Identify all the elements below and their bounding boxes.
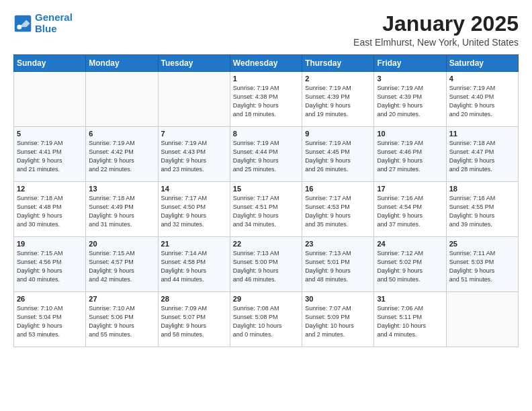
- day-number: 24: [377, 240, 443, 248]
- svg-point-2: [17, 24, 21, 29]
- calendar-cell: 14Sunrise: 7:17 AM Sunset: 4:50 PM Dayli…: [158, 182, 230, 237]
- day-number: 19: [17, 240, 83, 248]
- calendar-cell: 8Sunrise: 7:19 AM Sunset: 4:44 PM Daylig…: [230, 127, 302, 182]
- calendar-cell: 17Sunrise: 7:16 AM Sunset: 4:54 PM Dayli…: [374, 182, 446, 237]
- cell-content: Sunrise: 7:10 AM Sunset: 5:06 PM Dayligh…: [89, 304, 154, 339]
- day-number: 1: [233, 75, 299, 83]
- page: General Blue January 2025 East Elmhurst,…: [0, 0, 532, 355]
- cell-content: Sunrise: 7:13 AM Sunset: 5:01 PM Dayligh…: [305, 249, 371, 284]
- calendar-cell: [86, 72, 158, 127]
- cell-content: Sunrise: 7:17 AM Sunset: 4:51 PM Dayligh…: [233, 194, 299, 229]
- day-number: 16: [305, 185, 371, 193]
- cell-content: Sunrise: 7:19 AM Sunset: 4:42 PM Dayligh…: [89, 139, 154, 174]
- logo-icon: [13, 14, 32, 33]
- day-number: 12: [17, 185, 83, 193]
- cell-content: Sunrise: 7:19 AM Sunset: 4:39 PM Dayligh…: [377, 84, 443, 119]
- weekday-header-thursday: Thursday: [302, 55, 374, 72]
- calendar-cell: [446, 292, 518, 347]
- day-number: 5: [17, 130, 83, 138]
- cell-content: Sunrise: 7:11 AM Sunset: 5:03 PM Dayligh…: [449, 249, 515, 284]
- day-number: 23: [305, 240, 371, 248]
- cell-content: Sunrise: 7:19 AM Sunset: 4:43 PM Dayligh…: [161, 139, 227, 174]
- cell-content: Sunrise: 7:15 AM Sunset: 4:57 PM Dayligh…: [89, 249, 154, 284]
- cell-content: Sunrise: 7:19 AM Sunset: 4:46 PM Dayligh…: [377, 139, 443, 174]
- location-title: East Elmhurst, New York, United States: [353, 37, 519, 48]
- weekday-header-monday: Monday: [86, 55, 158, 72]
- cell-content: Sunrise: 7:12 AM Sunset: 5:02 PM Dayligh…: [377, 249, 443, 284]
- calendar-cell: 30Sunrise: 7:07 AM Sunset: 5:09 PM Dayli…: [302, 292, 374, 347]
- logo-general: General: [35, 11, 73, 23]
- cell-content: Sunrise: 7:16 AM Sunset: 4:54 PM Dayligh…: [377, 194, 443, 229]
- calendar-cell: 7Sunrise: 7:19 AM Sunset: 4:43 PM Daylig…: [158, 127, 230, 182]
- cell-content: Sunrise: 7:18 AM Sunset: 4:49 PM Dayligh…: [89, 194, 154, 229]
- calendar-cell: 13Sunrise: 7:18 AM Sunset: 4:49 PM Dayli…: [86, 182, 158, 237]
- month-title: January 2025: [353, 12, 519, 36]
- cell-content: Sunrise: 7:19 AM Sunset: 4:41 PM Dayligh…: [17, 139, 83, 174]
- day-number: 25: [449, 240, 515, 248]
- day-number: 30: [305, 295, 371, 303]
- cell-content: Sunrise: 7:15 AM Sunset: 4:56 PM Dayligh…: [17, 249, 83, 284]
- calendar-cell: 28Sunrise: 7:09 AM Sunset: 5:07 PM Dayli…: [158, 292, 230, 347]
- calendar-week-3: 12Sunrise: 7:18 AM Sunset: 4:48 PM Dayli…: [14, 182, 519, 237]
- calendar-week-5: 26Sunrise: 7:10 AM Sunset: 5:04 PM Dayli…: [14, 292, 519, 347]
- calendar-cell: [14, 72, 86, 127]
- day-number: 26: [17, 295, 83, 303]
- cell-content: Sunrise: 7:14 AM Sunset: 4:58 PM Dayligh…: [161, 249, 227, 284]
- calendar-week-1: 1Sunrise: 7:19 AM Sunset: 4:38 PM Daylig…: [14, 72, 519, 127]
- calendar-cell: 12Sunrise: 7:18 AM Sunset: 4:48 PM Dayli…: [14, 182, 86, 237]
- day-number: 17: [377, 185, 443, 193]
- cell-content: Sunrise: 7:09 AM Sunset: 5:07 PM Dayligh…: [161, 304, 227, 339]
- day-number: 15: [233, 185, 299, 193]
- day-number: 4: [449, 75, 515, 83]
- weekday-header-row: SundayMondayTuesdayWednesdayThursdayFrid…: [14, 55, 519, 72]
- weekday-header-sunday: Sunday: [14, 55, 86, 72]
- weekday-header-tuesday: Tuesday: [158, 55, 230, 72]
- day-number: 2: [305, 75, 371, 83]
- calendar-cell: 21Sunrise: 7:14 AM Sunset: 4:58 PM Dayli…: [158, 237, 230, 292]
- calendar-cell: 20Sunrise: 7:15 AM Sunset: 4:57 PM Dayli…: [86, 237, 158, 292]
- calendar-cell: 9Sunrise: 7:19 AM Sunset: 4:45 PM Daylig…: [302, 127, 374, 182]
- day-number: 6: [89, 130, 154, 138]
- calendar-cell: 16Sunrise: 7:17 AM Sunset: 4:53 PM Dayli…: [302, 182, 374, 237]
- calendar-cell: 5Sunrise: 7:19 AM Sunset: 4:41 PM Daylig…: [14, 127, 86, 182]
- calendar-cell: 24Sunrise: 7:12 AM Sunset: 5:02 PM Dayli…: [374, 237, 446, 292]
- cell-content: Sunrise: 7:18 AM Sunset: 4:47 PM Dayligh…: [449, 139, 515, 174]
- logo-text: General Blue: [35, 12, 73, 34]
- calendar-cell: 26Sunrise: 7:10 AM Sunset: 5:04 PM Dayli…: [14, 292, 86, 347]
- header: General Blue January 2025 East Elmhurst,…: [13, 12, 519, 48]
- day-number: 14: [161, 185, 227, 193]
- calendar-cell: 2Sunrise: 7:19 AM Sunset: 4:39 PM Daylig…: [302, 72, 374, 127]
- calendar-cell: 18Sunrise: 7:16 AM Sunset: 4:55 PM Dayli…: [446, 182, 518, 237]
- cell-content: Sunrise: 7:18 AM Sunset: 4:48 PM Dayligh…: [17, 194, 83, 229]
- day-number: 3: [377, 75, 443, 83]
- cell-content: Sunrise: 7:08 AM Sunset: 5:08 PM Dayligh…: [233, 304, 299, 339]
- cell-content: Sunrise: 7:19 AM Sunset: 4:39 PM Dayligh…: [305, 84, 371, 119]
- day-number: 27: [89, 295, 154, 303]
- calendar-cell: 4Sunrise: 7:19 AM Sunset: 4:40 PM Daylig…: [446, 72, 518, 127]
- cell-content: Sunrise: 7:19 AM Sunset: 4:45 PM Dayligh…: [305, 139, 371, 174]
- logo-blue: Blue: [35, 23, 57, 34]
- calendar-cell: 10Sunrise: 7:19 AM Sunset: 4:46 PM Dayli…: [374, 127, 446, 182]
- calendar-cell: 29Sunrise: 7:08 AM Sunset: 5:08 PM Dayli…: [230, 292, 302, 347]
- day-number: 13: [89, 185, 154, 193]
- calendar-body: 1Sunrise: 7:19 AM Sunset: 4:38 PM Daylig…: [14, 72, 519, 347]
- day-number: 31: [377, 295, 443, 303]
- cell-content: Sunrise: 7:19 AM Sunset: 4:38 PM Dayligh…: [233, 84, 299, 119]
- calendar-cell: [158, 72, 230, 127]
- cell-content: Sunrise: 7:07 AM Sunset: 5:09 PM Dayligh…: [305, 304, 371, 339]
- calendar-cell: 25Sunrise: 7:11 AM Sunset: 5:03 PM Dayli…: [446, 237, 518, 292]
- day-number: 22: [233, 240, 299, 248]
- calendar-cell: 11Sunrise: 7:18 AM Sunset: 4:47 PM Dayli…: [446, 127, 518, 182]
- weekday-header-wednesday: Wednesday: [230, 55, 302, 72]
- day-number: 9: [305, 130, 371, 138]
- calendar-cell: 31Sunrise: 7:06 AM Sunset: 5:11 PM Dayli…: [374, 292, 446, 347]
- day-number: 28: [161, 295, 227, 303]
- calendar-week-4: 19Sunrise: 7:15 AM Sunset: 4:56 PM Dayli…: [14, 237, 519, 292]
- day-number: 18: [449, 185, 515, 193]
- title-block: January 2025 East Elmhurst, New York, Un…: [353, 12, 519, 48]
- day-number: 11: [449, 130, 515, 138]
- day-number: 10: [377, 130, 443, 138]
- day-number: 29: [233, 295, 299, 303]
- calendar-table: SundayMondayTuesdayWednesdayThursdayFrid…: [13, 54, 519, 347]
- calendar-cell: 27Sunrise: 7:10 AM Sunset: 5:06 PM Dayli…: [86, 292, 158, 347]
